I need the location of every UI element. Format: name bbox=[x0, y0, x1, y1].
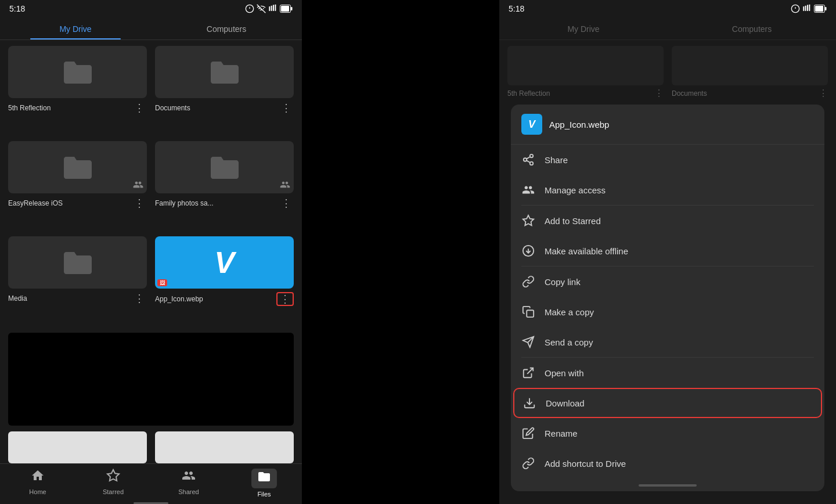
nav-label-shared: Shared bbox=[178, 488, 199, 495]
left-tabs: My Drive Computers bbox=[0, 17, 302, 40]
menu-file-icon: V bbox=[521, 114, 542, 135]
file-thumb-5th-reflection bbox=[8, 46, 147, 98]
svg-line-22 bbox=[527, 160, 530, 163]
file-name-documents: Documents bbox=[155, 104, 279, 112]
rename-icon bbox=[521, 426, 535, 440]
nav-item-files[interactable]: Files bbox=[226, 469, 302, 498]
manage-access-icon bbox=[521, 183, 535, 197]
right-dots-5th: ⋮ bbox=[654, 88, 664, 99]
file-item-documents[interactable]: Documents ⋮ bbox=[155, 46, 294, 135]
shared-icon bbox=[182, 469, 196, 486]
file-name-5th-reflection: 5th Reflection bbox=[8, 104, 132, 112]
menu-label-download: Download bbox=[546, 398, 585, 408]
menu-item-manage-access[interactable]: Manage access bbox=[511, 175, 824, 205]
three-dots-documents[interactable]: ⋮ bbox=[279, 102, 294, 114]
right-tabs: My Drive Computers bbox=[499, 17, 836, 40]
file-item-media[interactable]: Media ⋮ bbox=[8, 236, 147, 327]
menu-label-make-offline: Make available offline bbox=[545, 246, 628, 256]
right-grid-item-docs: Documents ⋮ bbox=[672, 46, 828, 99]
menu-item-make-copy[interactable]: Make a copy bbox=[511, 297, 824, 327]
menu-item-copy-link[interactable]: Copy link bbox=[511, 267, 824, 297]
menu-label-add-starred: Add to Starred bbox=[545, 216, 601, 226]
file-name-row-app-icon: App_Icon.webp ⋮ bbox=[155, 292, 294, 306]
left-file-grid: 5th Reflection ⋮ Documents ⋮ bbox=[0, 40, 302, 333]
right-name-row-5th: 5th Reflection ⋮ bbox=[507, 88, 664, 99]
file-name-easyrelease: EasyRelease iOS bbox=[8, 199, 132, 207]
folder-icon bbox=[63, 59, 93, 85]
right-tab-computers: Computers bbox=[668, 17, 836, 39]
svg-marker-24 bbox=[523, 215, 534, 225]
svg-rect-2 bbox=[269, 6, 270, 11]
file-thumb-easyrelease bbox=[8, 141, 147, 193]
open-with-icon bbox=[521, 366, 535, 380]
tab-my-drive[interactable]: My Drive bbox=[0, 17, 151, 39]
star-icon bbox=[521, 214, 535, 228]
file-thumb-app-icon: V 🖼 bbox=[155, 236, 294, 289]
offline-icon bbox=[521, 244, 535, 258]
folder-icon bbox=[210, 59, 240, 85]
share-icon bbox=[521, 153, 535, 167]
link-icon bbox=[521, 275, 535, 289]
nav-item-shared[interactable]: Shared bbox=[151, 469, 226, 498]
file-type-badge: 🖼 bbox=[157, 279, 167, 286]
middle-area bbox=[302, 0, 499, 504]
right-thumb-docs bbox=[672, 46, 828, 85]
three-dots-app-icon[interactable]: ⋮ bbox=[276, 292, 294, 306]
nav-label-home: Home bbox=[29, 488, 46, 495]
right-dots-docs: ⋮ bbox=[819, 88, 828, 99]
file-name-app-icon: App_Icon.webp bbox=[155, 295, 276, 303]
menu-item-add-shortcut[interactable]: Add shortcut to Drive bbox=[511, 448, 824, 478]
menu-item-send-copy[interactable]: Send a copy bbox=[511, 327, 824, 357]
file-item-5th-reflection[interactable]: 5th Reflection ⋮ bbox=[8, 46, 147, 135]
three-dots-media[interactable]: ⋮ bbox=[132, 292, 147, 305]
context-menu: V App_Icon.webp Share Manage access Add … bbox=[511, 105, 824, 491]
menu-item-share[interactable]: Share bbox=[511, 145, 824, 175]
nav-item-starred[interactable]: Starred bbox=[75, 469, 151, 498]
menu-item-make-offline[interactable]: Make available offline bbox=[511, 236, 824, 266]
files-icon bbox=[251, 469, 277, 488]
shared-badge-easyrelease bbox=[133, 179, 143, 190]
menu-label-copy-link: Copy link bbox=[545, 277, 581, 287]
bottom-thumb-1 bbox=[8, 431, 147, 463]
svg-point-19 bbox=[530, 154, 534, 158]
tab-computers[interactable]: Computers bbox=[151, 17, 302, 39]
file-name-family-photos: Family photos sa... bbox=[155, 199, 279, 207]
file-name-row-media: Media ⋮ bbox=[8, 292, 147, 305]
svg-line-23 bbox=[527, 157, 530, 159]
shortcut-icon bbox=[521, 456, 535, 470]
svg-rect-7 bbox=[281, 6, 289, 12]
left-panel: 5:18 My Drive Computers 5th Reflection ⋮ bbox=[0, 0, 302, 504]
file-name-row-easyrelease: EasyRelease iOS ⋮ bbox=[8, 197, 147, 210]
copy-icon bbox=[521, 305, 535, 319]
menu-label-open-with: Open with bbox=[545, 368, 584, 378]
svg-point-21 bbox=[530, 162, 534, 165]
file-item-app-icon[interactable]: V 🖼 App_Icon.webp ⋮ bbox=[155, 236, 294, 327]
menu-bottom-indicator bbox=[639, 484, 697, 487]
svg-rect-3 bbox=[271, 6, 272, 11]
nav-label-starred: Starred bbox=[103, 488, 124, 495]
nav-label-files: Files bbox=[257, 491, 271, 498]
nav-item-home[interactable]: Home bbox=[0, 469, 75, 498]
svg-rect-12 bbox=[803, 6, 804, 11]
file-thumb-documents bbox=[155, 46, 294, 98]
file-item-easyrelease[interactable]: EasyRelease iOS ⋮ bbox=[8, 141, 147, 231]
svg-rect-8 bbox=[291, 7, 293, 10]
three-dots-5th-reflection[interactable]: ⋮ bbox=[132, 102, 147, 114]
svg-marker-9 bbox=[107, 470, 119, 481]
venmo-v-letter: V bbox=[214, 247, 235, 278]
right-tab-my-drive: My Drive bbox=[499, 17, 668, 39]
video-area bbox=[8, 333, 294, 426]
menu-label-send-copy: Send a copy bbox=[545, 337, 593, 347]
menu-item-open-with[interactable]: Open with bbox=[511, 358, 824, 388]
menu-item-download[interactable]: Download bbox=[513, 388, 822, 418]
file-name-row-documents: Documents ⋮ bbox=[155, 102, 294, 114]
svg-line-30 bbox=[527, 368, 533, 374]
menu-item-rename[interactable]: Rename bbox=[511, 418, 824, 448]
menu-item-add-starred[interactable]: Add to Starred bbox=[511, 206, 824, 236]
three-dots-family-photos[interactable]: ⋮ bbox=[279, 197, 294, 210]
file-item-family-photos[interactable]: Family photos sa... ⋮ bbox=[155, 141, 294, 231]
shared-badge-family-photos bbox=[280, 179, 290, 190]
three-dots-easyrelease[interactable]: ⋮ bbox=[132, 197, 147, 210]
right-name-docs: Documents bbox=[672, 89, 819, 98]
menu-label-manage-access: Manage access bbox=[545, 185, 606, 195]
